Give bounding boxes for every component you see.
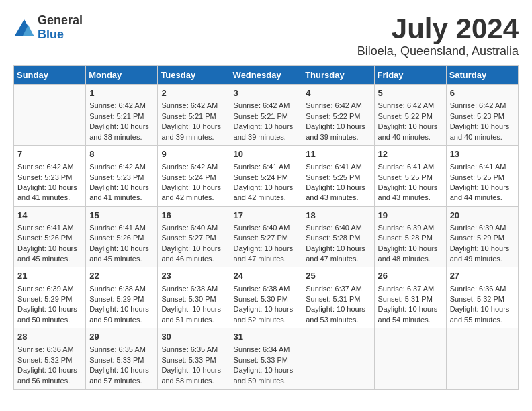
cell-info-line: Sunrise: 6:41 AM	[306, 162, 370, 172]
cell-info-line: Sunset: 5:31 PM	[306, 294, 370, 304]
weekday-header-sunday: Sunday	[14, 66, 86, 85]
cell-info-line: and 38 minutes.	[89, 132, 154, 142]
cell-info-line: Sunset: 5:24 PM	[161, 173, 226, 183]
cell-info-line: Sunset: 5:21 PM	[161, 111, 226, 122]
day-number: 4	[306, 87, 370, 99]
logo-general-text: General	[38, 13, 83, 27]
calendar-cell: 15Sunrise: 6:41 AMSunset: 5:26 PMDayligh…	[86, 206, 158, 267]
cell-info-line: Sunrise: 6:42 AM	[17, 162, 82, 172]
day-number: 5	[378, 87, 443, 99]
cell-info-line: Daylight: 10 hours	[450, 244, 515, 254]
day-number: 2	[161, 87, 226, 99]
cell-info-line: Sunset: 5:25 PM	[378, 173, 443, 183]
cell-info-line: Sunrise: 6:40 AM	[234, 223, 299, 233]
day-number: 11	[306, 148, 370, 161]
cell-info-line: Sunset: 5:28 PM	[306, 233, 370, 243]
cell-info-line: and 43 minutes.	[378, 193, 443, 203]
calendar-cell: 7Sunrise: 6:42 AMSunset: 5:23 PMDaylight…	[14, 145, 86, 206]
cell-info-line: Sunset: 5:31 PM	[378, 294, 443, 304]
cell-info-line: Sunrise: 6:39 AM	[378, 223, 443, 233]
cell-info-line: Sunset: 5:27 PM	[234, 233, 299, 243]
calendar-cell: 22Sunrise: 6:38 AMSunset: 5:29 PMDayligh…	[86, 267, 158, 328]
cell-info-line: Sunrise: 6:34 AM	[234, 345, 299, 355]
cell-info-line: Sunset: 5:33 PM	[161, 355, 226, 365]
calendar-cell: 25Sunrise: 6:37 AMSunset: 5:31 PMDayligh…	[302, 267, 374, 328]
day-number: 7	[17, 148, 82, 161]
calendar-cell: 31Sunrise: 6:34 AMSunset: 5:33 PMDayligh…	[230, 328, 302, 390]
cell-info-line: Daylight: 10 hours	[161, 244, 226, 254]
cell-info-line: Sunset: 5:32 PM	[450, 294, 515, 304]
day-number: 21	[17, 270, 82, 282]
cell-info-line: Daylight: 10 hours	[161, 304, 226, 314]
cell-info-line: Sunrise: 6:37 AM	[378, 284, 443, 294]
calendar-cell: 9Sunrise: 6:42 AMSunset: 5:24 PMDaylight…	[158, 145, 230, 206]
cell-info-line: Sunset: 5:29 PM	[450, 233, 515, 243]
day-number: 1	[89, 87, 154, 99]
logo: General Blue	[13, 13, 83, 42]
cell-info-line: Sunset: 5:22 PM	[378, 111, 443, 122]
logo-icon	[13, 18, 35, 37]
day-number: 22	[89, 270, 154, 282]
cell-info-line: Sunrise: 6:38 AM	[234, 284, 299, 294]
cell-info-line: and 53 minutes.	[306, 315, 370, 325]
cell-info-line: Sunrise: 6:40 AM	[161, 223, 226, 233]
cell-info-line: Sunrise: 6:39 AM	[450, 223, 515, 233]
cell-info-line: Sunrise: 6:35 AM	[161, 345, 226, 355]
cell-info-line: and 59 minutes.	[234, 376, 299, 386]
cell-info-line: and 41 minutes.	[17, 193, 82, 203]
calendar-cell: 27Sunrise: 6:36 AMSunset: 5:32 PMDayligh…	[446, 267, 518, 328]
cell-info-line: Sunrise: 6:42 AM	[89, 101, 154, 111]
cell-info-line: Daylight: 10 hours	[89, 304, 154, 314]
cell-info-line: Daylight: 10 hours	[306, 304, 370, 314]
cell-info-line: Daylight: 10 hours	[306, 244, 370, 254]
cell-info-line: and 56 minutes.	[17, 376, 82, 386]
cell-info-line: Sunrise: 6:42 AM	[161, 101, 226, 111]
day-number: 28	[17, 331, 82, 343]
cell-info-line: Sunrise: 6:35 AM	[89, 345, 154, 355]
cell-info-line: Sunset: 5:33 PM	[89, 355, 154, 365]
cell-info-line: and 42 minutes.	[234, 193, 299, 203]
cell-info-line: and 54 minutes.	[378, 315, 443, 325]
day-number: 23	[161, 270, 226, 282]
cell-info-line: Daylight: 10 hours	[17, 183, 82, 193]
cell-info-line: Sunset: 5:32 PM	[17, 355, 82, 365]
cell-info-line: and 42 minutes.	[161, 193, 226, 203]
cell-info-line: and 47 minutes.	[234, 254, 299, 264]
cell-info-line: and 57 minutes.	[89, 376, 154, 386]
cell-info-line: and 46 minutes.	[161, 254, 226, 264]
cell-info-line: Daylight: 10 hours	[306, 183, 370, 193]
calendar-week-row: 28Sunrise: 6:36 AMSunset: 5:32 PMDayligh…	[14, 328, 519, 390]
calendar-cell: 14Sunrise: 6:41 AMSunset: 5:26 PMDayligh…	[14, 206, 86, 267]
calendar-cell: 26Sunrise: 6:37 AMSunset: 5:31 PMDayligh…	[374, 267, 446, 328]
calendar-cell: 28Sunrise: 6:36 AMSunset: 5:32 PMDayligh…	[14, 328, 86, 390]
calendar-cell	[302, 328, 374, 390]
calendar-cell: 29Sunrise: 6:35 AMSunset: 5:33 PMDayligh…	[86, 328, 158, 390]
weekday-header-tuesday: Tuesday	[158, 66, 230, 85]
weekday-header-wednesday: Wednesday	[230, 66, 302, 85]
calendar-week-row: 14Sunrise: 6:41 AMSunset: 5:26 PMDayligh…	[14, 206, 519, 267]
day-number: 20	[450, 210, 515, 222]
cell-info-line: and 44 minutes.	[450, 193, 515, 203]
cell-info-line: Sunset: 5:25 PM	[306, 173, 370, 183]
cell-info-line: and 41 minutes.	[89, 193, 154, 203]
cell-info-line: Daylight: 10 hours	[161, 183, 226, 193]
cell-info-line: Sunrise: 6:41 AM	[234, 162, 299, 172]
day-number: 9	[161, 148, 226, 161]
cell-info-line: Daylight: 10 hours	[306, 122, 370, 132]
cell-info-line: and 48 minutes.	[378, 254, 443, 264]
cell-info-line: and 49 minutes.	[450, 254, 515, 264]
weekday-header-friday: Friday	[374, 66, 446, 85]
cell-info-line: Daylight: 10 hours	[234, 365, 299, 375]
calendar-cell: 2Sunrise: 6:42 AMSunset: 5:21 PMDaylight…	[158, 85, 230, 146]
calendar-week-row: 7Sunrise: 6:42 AMSunset: 5:23 PMDaylight…	[14, 145, 519, 206]
calendar-week-row: 1Sunrise: 6:42 AMSunset: 5:21 PMDaylight…	[14, 85, 519, 146]
calendar-cell: 1Sunrise: 6:42 AMSunset: 5:21 PMDaylight…	[86, 85, 158, 146]
cell-info-line: Daylight: 10 hours	[89, 244, 154, 254]
cell-info-line: Sunset: 5:26 PM	[17, 233, 82, 243]
cell-info-line: Daylight: 10 hours	[234, 183, 299, 193]
cell-info-line: Sunrise: 6:39 AM	[17, 284, 82, 294]
cell-info-line: Daylight: 10 hours	[234, 244, 299, 254]
calendar-cell	[374, 328, 446, 390]
cell-info-line: and 51 minutes.	[161, 315, 226, 325]
cell-info-line: Sunrise: 6:42 AM	[161, 162, 226, 172]
